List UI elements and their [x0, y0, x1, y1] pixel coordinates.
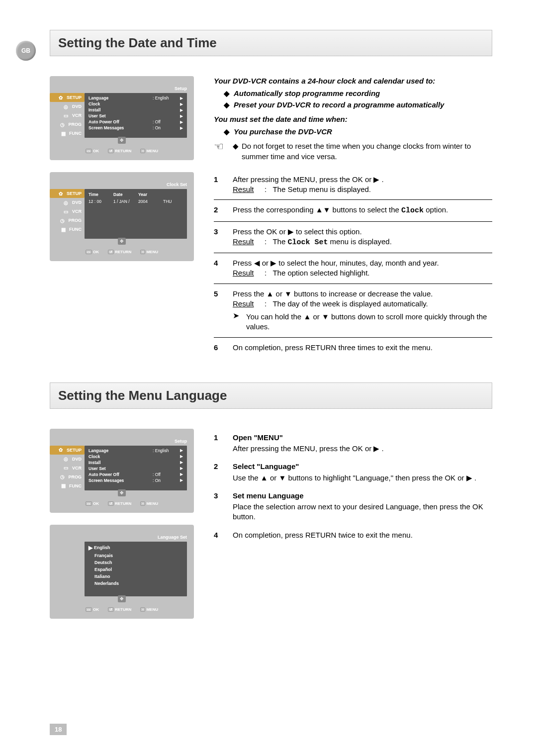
side-func: ▦FUNC	[50, 225, 85, 234]
section-title-date-time: Setting the Date and Time	[50, 30, 492, 56]
clock-titlebar: Clock Set	[50, 181, 194, 189]
side-setup: ✿SETUP	[50, 93, 85, 102]
clock-icon: ◷	[58, 121, 66, 128]
chevron-right-icon: ▶	[89, 545, 94, 551]
intro-line-1: Your DVD-VCR contains a 24-hour clock an…	[214, 76, 492, 86]
side-dvd: ◎DVD	[50, 102, 85, 111]
chevron-right-icon: ▶	[180, 114, 183, 118]
step-1: 1 After pressing the MENU, press the OK …	[214, 170, 492, 200]
steps-list: 1 After pressing the MENU, press the OK …	[214, 170, 492, 358]
chevron-right-icon: ▶	[180, 102, 183, 106]
side-vcr: ▭VCR	[50, 207, 85, 216]
row-userset: User Set▶	[89, 113, 183, 119]
hand-point-icon: ☞	[214, 141, 224, 162]
chevron-right-icon: ▶	[180, 120, 183, 124]
lang-nederlands: Nederlands	[89, 580, 183, 587]
setup-titlebar: Setup	[50, 85, 194, 93]
step-5: 5 Press the ▲ or ▼ buttons to increase o…	[214, 284, 492, 338]
row-autopoweroff: Auto Power Off: Off▶	[89, 119, 183, 125]
page-number: 18	[50, 724, 67, 735]
chevron-right-icon: ▶	[180, 126, 183, 130]
step-4: 4 Press ◀ or ▶ to select the hour, minut…	[214, 253, 492, 284]
side-func: ▦FUNC	[50, 129, 85, 138]
screen-footer: ▭OK ↺RETURN ≡MENU	[50, 145, 194, 153]
tape-icon: ▭	[62, 112, 70, 119]
intro-line-2: You must set the date and time when:	[214, 114, 492, 124]
lang-english: ▶ English	[89, 544, 183, 552]
screen-setup-2: Setup ✿SETUP ◎DVD ▭VCR ◷PROG ▦FUNC Langu…	[50, 429, 194, 513]
steps2-list: 1 Open "MENU" After pressing the MENU, p…	[214, 429, 492, 544]
arrow-icon: ➤	[233, 312, 239, 332]
side-setup: ✿SETUP	[50, 189, 85, 198]
dpad-icon: ✥	[118, 238, 126, 245]
screen-language-set: Language Set ▶ English Français Deutsch …	[50, 525, 194, 619]
step2-1: 1 Open "MENU" After pressing the MENU, p…	[214, 429, 492, 458]
hand-note: ☞ Do not forget to reset the time when y…	[214, 141, 492, 162]
step-6: 6 On completion, press RETURN three time…	[214, 338, 492, 358]
row-language: Language: English▶	[89, 95, 183, 101]
screen-setup: Setup ✿SETUP ◎DVD ▭VCR ◷PROG ▦FUNC Langu…	[50, 76, 194, 160]
intro-bullets-1: Automatically stop programme recording P…	[214, 88, 492, 110]
gear-icon: ✿	[57, 94, 65, 101]
side-prog: ◷PROG	[50, 216, 85, 225]
row-install: Install▶	[89, 107, 183, 113]
section-title-menu-language: Setting the Menu Language	[50, 382, 492, 409]
side-prog: ◷PROG	[50, 120, 85, 129]
row-screenmsg: Screen Messages: On▶	[89, 125, 183, 131]
side-dvd: ◎DVD	[50, 198, 85, 207]
step2-4: 4 On completion, press RETURN twice to e…	[214, 526, 492, 544]
disc-icon: ◎	[62, 103, 70, 110]
row-clock: Clock▶	[89, 101, 183, 107]
lang-espanol: Español	[89, 566, 183, 573]
chevron-right-icon: ▶	[180, 96, 183, 100]
chevron-right-icon: ▶	[180, 108, 183, 112]
lang-francais: Français	[89, 552, 183, 559]
step-2: 2 Press the corresponding ▲▼ buttons to …	[214, 200, 492, 221]
step-3: 3 Press the OK or ▶ to select this optio…	[214, 222, 492, 254]
side-vcr: ▭VCR	[50, 111, 85, 120]
step2-2: 2 Select "Language" Use the ▲ or ▼ butto…	[214, 458, 492, 487]
screen-clock-set: Clock Set ✿SETUP ◎DVD ▭VCR ◷PROG ▦FUNC T…	[50, 172, 194, 261]
lang-italiano: Italiano	[89, 573, 183, 580]
lang-deutsch: Deutsch	[89, 559, 183, 566]
gb-badge: GB	[16, 41, 36, 61]
intro-bullets-2: You purchase the DVD-VCR	[214, 126, 492, 137]
dpad-icon: ✥	[118, 137, 126, 144]
step2-3: 3 Set menu Language Place the selection …	[214, 487, 492, 526]
grid-icon: ▦	[59, 130, 67, 137]
